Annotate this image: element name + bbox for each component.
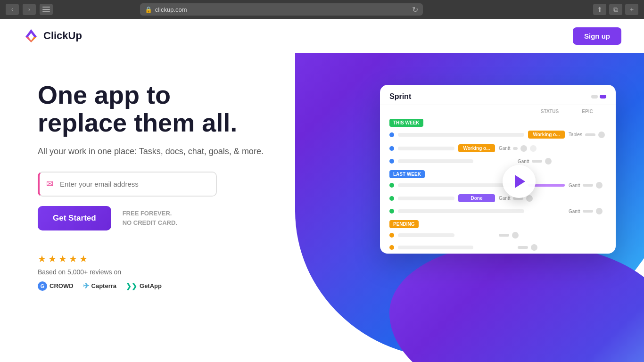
star-2: ★ — [48, 253, 57, 264]
row-bar — [398, 246, 473, 249]
sidebar-button[interactable] — [40, 4, 53, 15]
address-bar[interactable]: 🔒 clickup.com ↻ — [140, 3, 423, 16]
more-button[interactable]: + — [625, 4, 638, 15]
row-dot — [389, 146, 394, 151]
play-icon — [515, 175, 525, 188]
nav-product[interactable]: Product — [371, 32, 397, 40]
getapp-icon: ❯❯ — [126, 282, 137, 290]
row-meta: Gantt — [499, 145, 537, 152]
email-icon: ✉ — [40, 179, 60, 189]
cta-row: Get Started FREE FOREVER. NO CREDIT CARD… — [38, 206, 311, 230]
dashboard-columns: STATUS EPIC — [380, 105, 616, 116]
table-row: Gantt — [380, 205, 616, 217]
row-status: Working o... — [528, 131, 565, 139]
getapp-logo: ❯❯ GetApp — [126, 282, 162, 290]
getapp-label: GetApp — [140, 282, 162, 289]
logo[interactable]: ClickUp — [23, 27, 82, 44]
capterra-logo: ✈ Capterra — [83, 281, 116, 290]
tab-button[interactable]: ⧉ — [609, 4, 622, 15]
pending-label: PENDING — [389, 220, 419, 228]
row-dot — [389, 233, 394, 238]
nav-actions: Sign in Sign up — [544, 27, 621, 45]
row-meta: Gantt — [518, 158, 555, 165]
hero-title: One app to replace them all. — [38, 81, 311, 137]
row-dot — [389, 209, 394, 214]
review-logos: G CROWD ✈ Capterra ❯❯ GetApp — [38, 281, 311, 291]
dashboard-preview: Sprint STATUS EPIC THIS WEEK Working o..… — [380, 85, 616, 254]
share-button[interactable]: ⬆ — [593, 4, 606, 15]
refresh-icon[interactable]: ↻ — [412, 5, 418, 14]
free-forever-text: FREE FOREVER. NO CREDIT CARD. — [123, 209, 177, 227]
hero-subtitle: All your work in one place: Tasks, docs,… — [38, 147, 311, 156]
table-row — [380, 229, 616, 241]
star-4: ★ — [69, 253, 77, 264]
lock-icon: 🔒 — [145, 6, 152, 13]
star-5: ★ — [79, 253, 88, 264]
browser-action-buttons: ⬆ ⧉ + — [593, 4, 638, 15]
g2-icon: G — [38, 281, 47, 291]
this-week-label: THIS WEEK — [389, 119, 423, 127]
signup-button[interactable]: Sign up — [573, 27, 621, 45]
navbar: ClickUp Product Pricing Learn Templates … — [0, 19, 644, 53]
pending-badge: PENDING — [389, 220, 419, 228]
signin-button[interactable]: Sign in — [544, 32, 565, 40]
logo-icon — [23, 27, 40, 44]
toggle-on — [600, 95, 606, 99]
table-row: Working o... Tables — [380, 128, 616, 141]
hero-title-line2: replace them all. — [38, 108, 237, 137]
toggle-off — [591, 95, 598, 99]
row-bar — [398, 133, 524, 137]
star-3: ★ — [58, 253, 67, 264]
email-form: ✉ — [38, 172, 217, 197]
row-meta — [518, 244, 555, 251]
last-week-badge: LAST WEEK — [389, 170, 425, 178]
capterra-label: Capterra — [91, 282, 116, 289]
page: ClickUp Product Pricing Learn Templates … — [0, 19, 644, 362]
row-dot — [389, 159, 394, 164]
row-meta: Tables — [569, 132, 606, 138]
nav-pricing[interactable]: Pricing — [414, 32, 437, 40]
col-status-label: STATUS — [531, 109, 569, 114]
dashboard-toggle[interactable] — [591, 95, 606, 99]
logo-text: ClickUp — [43, 30, 82, 42]
last-week-label: LAST WEEK — [389, 170, 425, 178]
table-row: Gantt — [380, 155, 616, 167]
row-bar — [398, 197, 454, 200]
table-row: Working o... Gantt — [380, 141, 616, 155]
table-row: Gantt — [380, 179, 616, 191]
nav-learn[interactable]: Learn — [454, 32, 473, 40]
row-dot — [389, 196, 394, 201]
table-row: Done Gantt — [380, 191, 616, 205]
row-bar — [398, 147, 454, 150]
g2-crowd-logo: G CROWD — [38, 281, 74, 291]
email-input[interactable] — [60, 173, 216, 196]
row-bar — [398, 209, 524, 213]
this-week-badge: THIS WEEK — [389, 119, 423, 127]
svg-rect-2 — [42, 11, 50, 12]
g2-label: CROWD — [50, 282, 74, 289]
hero-title-line1: One app to — [38, 81, 171, 109]
svg-rect-1 — [42, 9, 50, 10]
nav-links: Product Pricing Learn Templates — [371, 32, 525, 40]
browser-chrome: ‹ › 🔒 clickup.com ↻ ⬆ ⧉ + — [0, 0, 644, 19]
svg-rect-0 — [42, 7, 50, 8]
hero-content: One app to replace them all. All your wo… — [38, 81, 311, 291]
dashboard-header: Sprint — [380, 85, 616, 105]
row-meta — [499, 232, 537, 239]
nav-templates[interactable]: Templates — [490, 32, 525, 40]
back-button[interactable]: ‹ — [6, 4, 19, 15]
row-dot — [389, 183, 394, 188]
reviews-section: ★ ★ ★ ★ ★ Based on 5,000+ reviews on G C… — [38, 253, 311, 291]
forward-button[interactable]: › — [23, 4, 36, 15]
star-rating: ★ ★ ★ ★ ★ — [38, 253, 311, 264]
row-bar — [398, 159, 473, 163]
table-row — [380, 241, 616, 254]
play-button[interactable] — [503, 165, 536, 198]
get-started-button[interactable]: Get Started — [38, 206, 111, 230]
row-meta: Gantt — [569, 182, 606, 189]
url-text: clickup.com — [155, 6, 187, 13]
capterra-icon: ✈ — [83, 281, 89, 290]
row-status: Working o... — [458, 144, 495, 152]
row-status-done: Done — [458, 194, 495, 202]
dashboard-title: Sprint — [389, 92, 411, 101]
